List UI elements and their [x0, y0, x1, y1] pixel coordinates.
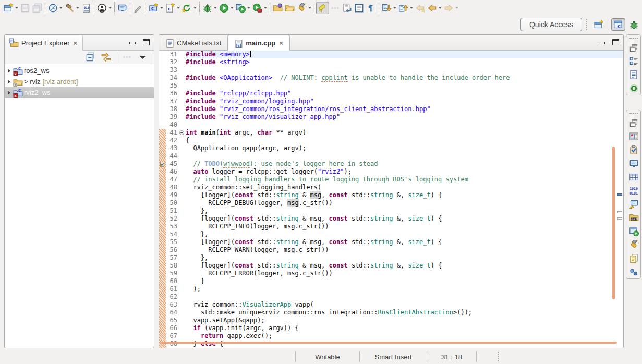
build-button[interactable]: [64, 2, 80, 14]
folding-ruler[interactable]: [179, 121, 186, 129]
code-line[interactable]: 36#include "rclcpp/rclcpp.hpp": [159, 90, 623, 98]
maximize-button[interactable]: [143, 39, 150, 45]
back-button[interactable]: [426, 2, 443, 14]
folding-ruler[interactable]: [179, 98, 186, 105]
annotation-ruler[interactable]: [159, 58, 166, 66]
quick-access-button[interactable]: Quick Access: [520, 18, 582, 31]
collapse-all-button[interactable]: [84, 51, 96, 64]
code-line[interactable]: 67 return qapp.exec();: [159, 332, 623, 340]
quickdiff-changed-ruler[interactable]: [159, 309, 166, 317]
code-line[interactable]: 61 );: [159, 285, 623, 293]
dropdown-arrow-icon[interactable]: [177, 7, 180, 9]
code-line[interactable]: 39#include "rviz_common/visualizer_app.h…: [159, 113, 623, 121]
trim-drag-handle[interactable]: [629, 113, 638, 114]
link-with-editor-button[interactable]: [100, 51, 112, 64]
external-tools-button[interactable]: [235, 2, 251, 14]
memory-view-icon[interactable]: 10100101: [629, 186, 638, 195]
code-line[interactable]: 63 rviz_common::VisualizerApp vapp(: [159, 301, 623, 309]
annotation-ruler[interactable]: [159, 121, 166, 129]
folding-ruler[interactable]: [179, 58, 186, 66]
code-line[interactable]: 42{: [159, 137, 623, 144]
code-line[interactable]: 64 std::make_unique<rviz_common::ros_int…: [159, 309, 623, 317]
folding-ruler[interactable]: –: [179, 129, 186, 137]
open-perspective-button[interactable]: [592, 18, 605, 31]
dropdown-arrow-icon[interactable]: [410, 7, 413, 9]
code-line[interactable]: 43 QApplication qapp(argc, argv);: [159, 144, 623, 152]
dropdown-arrow-icon[interactable]: [160, 7, 163, 9]
dropdown-arrow-icon[interactable]: [231, 7, 234, 9]
minimize-button[interactable]: [599, 42, 605, 44]
folding-ruler[interactable]: [179, 332, 186, 340]
folding-ruler[interactable]: [179, 262, 186, 270]
annotation-ruler[interactable]: [159, 105, 166, 113]
close-icon[interactable]: ×: [279, 39, 283, 47]
progress-view-icon[interactable]: [629, 226, 638, 236]
expand-arrow-icon[interactable]: [8, 91, 10, 95]
code-line[interactable]: 33: [159, 66, 623, 74]
code-editor[interactable]: 31#include <memory>32#include <string>33…: [159, 51, 623, 348]
dropdown-arrow-icon[interactable]: [308, 7, 311, 9]
folding-ruler[interactable]: [179, 66, 186, 74]
restore-views-icon[interactable]: [629, 118, 638, 127]
new-c-project-button[interactable]: C: [148, 2, 164, 14]
code-line[interactable]: 62: [159, 293, 623, 301]
code-line[interactable]: 31#include <memory>: [159, 51, 623, 58]
folding-ruler[interactable]: [179, 207, 186, 215]
new-wizard-button[interactable]: [3, 2, 19, 14]
format-source-button[interactable]: [341, 2, 353, 14]
quickdiff-changed-ruler[interactable]: [159, 317, 166, 324]
code-line[interactable]: 53 RCLCPP_INFO(logger, msg.c_str()): [159, 223, 623, 230]
folding-ruler[interactable]: [179, 215, 186, 223]
minimize-button[interactable]: [129, 42, 136, 44]
debug-perspective-button[interactable]: [627, 18, 640, 31]
code-line[interactable]: 40: [159, 121, 623, 129]
console-view-icon[interactable]: [629, 159, 638, 168]
code-line[interactable]: 37#include "rviz_common/logging.hpp": [159, 98, 623, 105]
folding-ruler[interactable]: [179, 90, 186, 98]
quickdiff-changed-ruler[interactable]: [159, 301, 166, 309]
code-line[interactable]: 51 },: [159, 207, 623, 215]
folding-ruler[interactable]: [179, 152, 186, 160]
quickdiff-changed-ruler[interactable]: [159, 184, 166, 191]
annotation-ruler[interactable]: [159, 82, 166, 90]
folding-ruler[interactable]: [179, 82, 186, 90]
quickdiff-changed-ruler[interactable]: [159, 176, 166, 184]
folding-ruler[interactable]: [179, 199, 186, 207]
dropdown-arrow-icon[interactable]: [214, 7, 217, 9]
folding-ruler[interactable]: [179, 191, 186, 199]
task-marker-icon[interactable]: [159, 161, 166, 167]
next-annotation-button[interactable]: [381, 2, 397, 14]
view-menu-button[interactable]: [137, 51, 149, 64]
quickdiff-changed-ruler[interactable]: [159, 152, 166, 160]
binary-file-button[interactable]: 010: [80, 2, 92, 14]
quickdiff-changed-ruler[interactable]: [159, 207, 166, 215]
quickdiff-changed-ruler[interactable]: [159, 262, 166, 270]
quickdiff-changed-ruler[interactable]: [159, 332, 166, 340]
folding-ruler[interactable]: [179, 230, 186, 238]
quickdiff-changed-ruler[interactable]: [159, 191, 166, 199]
quickdiff-changed-ruler[interactable]: [159, 293, 166, 301]
dropdown-arrow-icon[interactable]: [247, 7, 250, 9]
folding-ruler[interactable]: [179, 270, 186, 277]
quickdiff-changed-ruler[interactable]: [159, 160, 166, 168]
search-button[interactable]: [296, 2, 312, 14]
folding-ruler[interactable]: [179, 74, 186, 82]
user-profile-button[interactable]: [96, 2, 113, 14]
folding-ruler[interactable]: [179, 137, 186, 144]
code-line[interactable]: 45 // TODO(wjwwood): use node's logger h…: [159, 160, 623, 168]
tab-project-explorer[interactable]: Project Explorer ×: [5, 35, 83, 51]
annotation-ruler[interactable]: [159, 90, 166, 98]
folding-ruler[interactable]: [179, 184, 186, 191]
quickdiff-changed-ruler[interactable]: [159, 215, 166, 223]
folding-ruler[interactable]: [179, 105, 186, 113]
dropdown-arrow-icon[interactable]: [439, 7, 442, 9]
debug-button[interactable]: [201, 2, 218, 14]
vertical-scrollbar[interactable]: [612, 147, 615, 299]
maximize-button[interactable]: [612, 39, 619, 45]
annotation-ruler[interactable]: [159, 113, 166, 121]
code-line[interactable]: 35: [159, 82, 623, 90]
code-line[interactable]: 38#include "rviz_common/ros_integration/…: [159, 105, 623, 113]
quickdiff-changed-ruler[interactable]: [159, 144, 166, 152]
horizontal-scrollbar[interactable]: [160, 342, 617, 344]
folding-ruler[interactable]: [179, 285, 186, 293]
